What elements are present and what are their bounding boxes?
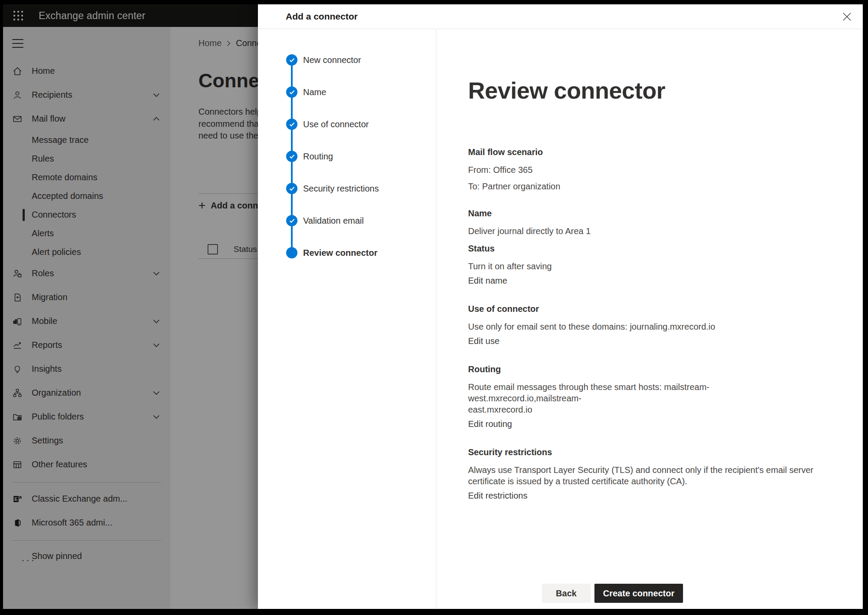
review-heading: Review connector [468,77,863,104]
step-complete-icon [286,54,297,66]
step-complete-icon [286,215,297,226]
step-security-restrictions[interactable]: Security restrictions [258,172,436,205]
step-validation-email[interactable]: Validation email [258,205,436,237]
close-button[interactable] [841,11,852,22]
panel-title: Add a connector [286,11,358,22]
routing-value-line2: east.mxrecord.io [468,404,815,415]
screenshot-root: { "topbar": { "app_title": "Exchange adm… [0,0,868,615]
step-complete-icon [286,151,297,162]
status-value: Turn it on after saving [468,261,815,272]
security-value-line2: certificate is issued by a trusted certi… [468,476,815,487]
section-heading-mail-flow-scenario: Mail flow scenario [468,147,863,157]
section-heading-use-of-connector: Use of connector [468,304,863,314]
edit-name-link[interactable]: Edit name [468,276,507,286]
step-new-connector[interactable]: New connector [258,44,436,76]
step-use-of-connector[interactable]: Use of connector [258,108,436,140]
routing-value-line1: Route email messages through these smart… [468,381,815,404]
edit-restrictions-link[interactable]: Edit restrictions [468,491,528,501]
edit-use-link[interactable]: Edit use [468,336,499,346]
use-of-connector-value: Use only for email sent to these domains… [468,321,815,332]
step-complete-icon [286,183,297,194]
section-heading-name: Name [468,208,863,218]
panel-body: New connector Name Use of connector Rout… [258,29,863,609]
section-heading-routing: Routing [468,364,863,374]
step-complete-icon [286,119,297,130]
mail-flow-to: To: Partner organization [468,181,815,192]
add-connector-panel: Add a connector New connector Name [258,4,863,609]
step-complete-icon [286,86,297,98]
security-value-line1: Always use Transport Layer Security (TLS… [468,464,815,476]
step-review-connector[interactable]: Review connector [258,237,436,269]
step-routing[interactable]: Routing [258,140,436,172]
app-window: Exchange admin center Home Recipients Ma… [3,4,863,609]
mail-flow-from: From: Office 365 [468,164,815,175]
wizard-steps: New connector Name Use of connector Rout… [258,29,436,609]
section-heading-status: Status [468,244,863,254]
close-icon [842,12,851,21]
review-content: Review connector Mail flow scenario From… [436,29,863,609]
name-value: Deliver journal directly to Area 1 [468,225,815,237]
step-name[interactable]: Name [258,76,436,108]
back-button[interactable]: Back [542,584,591,603]
create-connector-button[interactable]: Create connector [594,584,683,603]
section-heading-security-restrictions: Security restrictions [468,447,863,457]
panel-footer: Back Create connector [542,584,683,603]
step-current-icon [286,247,297,258]
edit-routing-link[interactable]: Edit routing [468,419,512,429]
panel-header: Add a connector [258,4,863,29]
